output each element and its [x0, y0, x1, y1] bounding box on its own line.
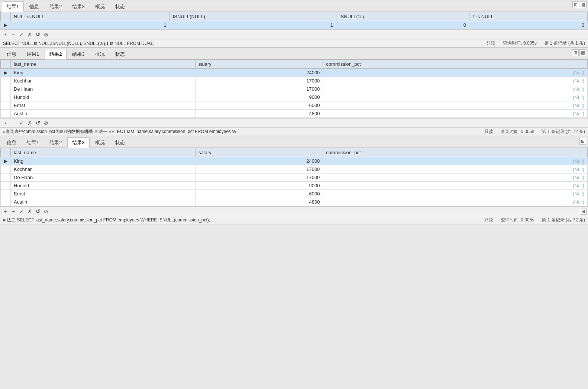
- cell-1-3: 0: [336, 21, 469, 29]
- row-indicator: [1, 110, 11, 118]
- cell3-dehaan-name: De Haan: [11, 174, 196, 182]
- cell-1-1: 1: [11, 21, 170, 29]
- column-icon-2[interactable]: ▦: [579, 49, 586, 56]
- cell3-austin-salary: 4800: [196, 198, 323, 206]
- tab-panel3-results2[interactable]: 结果2: [45, 137, 67, 148]
- cell-dehaan-name: De Haan: [11, 85, 196, 93]
- row-indicator: ▶: [1, 69, 11, 77]
- col-isnull-null: ISNULL(NULL): [169, 12, 336, 21]
- tab-panel2-info[interactable]: 信息: [2, 49, 21, 59]
- tab-panel1-results1[interactable]: 结果1: [2, 1, 24, 12]
- refresh-btn-3[interactable]: ↺: [34, 208, 42, 215]
- cell3-king-commission: (Null): [323, 157, 588, 165]
- tab-panel1-overview[interactable]: 概况: [90, 1, 110, 12]
- col2-salary: salary: [196, 60, 323, 69]
- row-indicator: [1, 182, 11, 190]
- remove-btn-2[interactable]: −: [10, 119, 17, 127]
- cell3-king-salary: 24000: [196, 157, 323, 165]
- grid-icon-3[interactable]: ⊞: [579, 138, 586, 145]
- grid-icon-1[interactable]: ⊞: [572, 1, 579, 8]
- record-label-3: 第 1 条记录 (共 72 条): [542, 217, 585, 223]
- row-indicator: ▶: [1, 157, 11, 165]
- panel-1: 结果1 信息 结果2 结果3 概况 状态 ⊞ ▦ NULL is NULL: [0, 0, 588, 30]
- row-indicator: [1, 93, 11, 101]
- tab-bar-3: 信息 结果1 结果2 结果3 概况 状态 ⊞: [0, 136, 588, 148]
- cell3-kochhar-name: Kochhar: [11, 165, 196, 174]
- readonly-label-3: 只读: [484, 217, 493, 223]
- col2-last-name: last_name: [11, 60, 196, 69]
- row-indicator: [1, 101, 11, 110]
- remove-btn-3[interactable]: −: [10, 208, 17, 215]
- status-bar-3: # 法二 SELECT last_name,salary,commission_…: [0, 216, 588, 224]
- cell3-ernst-salary: 6000: [196, 190, 323, 198]
- cell-hunold-commission: (Null): [323, 93, 588, 101]
- cell-hunold-salary: 9000: [196, 93, 323, 101]
- query-text-3: # 法二 SELECT last_name,salary,commission_…: [3, 217, 477, 223]
- tab-panel2-status[interactable]: 状态: [110, 49, 130, 59]
- tab-panel2-results2[interactable]: 结果2: [45, 49, 67, 59]
- readonly-label-1: 只读: [487, 40, 495, 46]
- tab-panel2-results1[interactable]: 结果1: [22, 49, 44, 59]
- tab-panel3-overview[interactable]: 概况: [90, 137, 110, 148]
- stop-btn-2[interactable]: ⊘: [42, 119, 50, 127]
- tab-panel3-status[interactable]: 状态: [110, 137, 130, 148]
- cell-ernst-commission: (Null): [323, 101, 588, 110]
- row-indicator: [1, 165, 11, 174]
- cell3-kochhar-salary: 17000: [196, 165, 323, 174]
- cell-austin-salary: 4800: [196, 110, 323, 118]
- query-text-1: SELECT NULL is NULL,ISNULL(NULL),ISNULL(…: [3, 41, 479, 46]
- tab-panel1-results3[interactable]: 结果3: [67, 1, 89, 12]
- panel-2: 信息 结果1 结果2 结果3 概况 状态 ⊞ ▦ last_name: [0, 48, 588, 118]
- cell-king-salary: 24000: [196, 69, 323, 77]
- tab-panel1-results2[interactable]: 结果2: [45, 1, 67, 12]
- row-indicator: ▶: [1, 21, 11, 29]
- confirm-btn-3[interactable]: ✓: [18, 208, 25, 215]
- cancel-btn-2[interactable]: ✗: [26, 119, 33, 127]
- tab-panel2-overview[interactable]: 概况: [90, 49, 110, 59]
- stop-btn-3[interactable]: ⊘: [42, 208, 50, 215]
- add-btn-3[interactable]: +: [1, 208, 9, 215]
- tab-panel3-info[interactable]: 信息: [2, 137, 21, 148]
- tab-bar-2: 信息 结果1 结果2 结果3 概况 状态 ⊞ ▦: [0, 48, 588, 59]
- grid-icon-2[interactable]: ⊞: [572, 49, 579, 56]
- remove-btn-1[interactable]: −: [10, 31, 17, 38]
- confirm-btn-1[interactable]: ✓: [18, 31, 25, 38]
- cell3-ernst-commission: (Null): [323, 190, 588, 198]
- refresh-btn-2[interactable]: ↺: [34, 119, 42, 127]
- cell3-dehaan-commission: (Null): [323, 174, 588, 182]
- col3-last-name: last_name: [11, 148, 196, 157]
- confirm-btn-2[interactable]: ✓: [18, 119, 25, 127]
- cell3-austin-commission: (Null): [323, 198, 588, 206]
- tab-panel3-results3[interactable]: 结果3: [67, 137, 89, 148]
- col-null-is-null: NULL is NULL: [11, 12, 170, 21]
- refresh-btn-1[interactable]: ↺: [34, 31, 42, 38]
- cell3-austin-name: Austin: [11, 198, 196, 206]
- add-btn-1[interactable]: +: [1, 31, 9, 38]
- query-text-2: #查询表中commission_pct为null的数据有哪些 # 法一 SELE…: [3, 129, 477, 135]
- tab-panel1-status[interactable]: 状态: [110, 1, 130, 12]
- cell3-hunold-commission: (Null): [323, 182, 588, 190]
- tab-panel2-results3[interactable]: 结果3: [67, 49, 89, 59]
- cell-austin-name: Austin: [11, 110, 196, 118]
- cell-king-commission: (Null): [323, 69, 588, 77]
- cell-kochhar-commission: (Null): [323, 77, 588, 85]
- record-label-1: 第 1 条记录 (共 1 条): [544, 40, 585, 46]
- panel-3: 信息 结果1 结果2 结果3 概况 状态 ⊞ last_name salary: [0, 136, 588, 207]
- result-table-2: last_name salary commission_pct ▶ King 2…: [0, 59, 588, 118]
- cell-king-name: King: [11, 69, 196, 77]
- cell-ernst-name: Ernst: [11, 101, 196, 110]
- cell-1-2: 1: [169, 21, 336, 29]
- grid-icon-4[interactable]: ⊞: [580, 208, 587, 215]
- time-label-3: 查询时间: 0.005s: [501, 217, 534, 223]
- cancel-btn-1[interactable]: ✗: [26, 31, 33, 38]
- cell-dehaan-salary: 17000: [196, 85, 323, 93]
- add-btn-2[interactable]: +: [1, 119, 9, 127]
- tab-panel1-info[interactable]: 信息: [25, 1, 44, 12]
- record-label-2: 第 1 条记录 (共 72 条): [542, 129, 585, 135]
- row-indicator: [1, 174, 11, 182]
- column-icon-1[interactable]: ▦: [580, 1, 587, 8]
- cancel-btn-3[interactable]: ✗: [26, 208, 33, 215]
- stop-btn-1[interactable]: ⊘: [42, 31, 50, 38]
- cell3-hunold-salary: 9000: [196, 182, 323, 190]
- tab-panel3-results1[interactable]: 结果1: [22, 137, 44, 148]
